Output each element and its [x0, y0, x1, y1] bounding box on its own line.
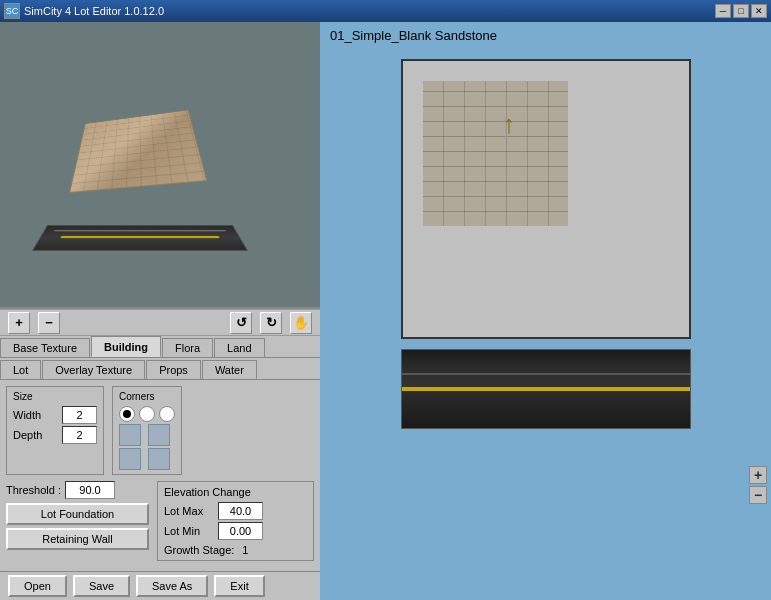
tab-base-texture[interactable]: Base Texture	[0, 338, 90, 357]
lot-min-input[interactable]	[218, 522, 263, 540]
remove-button[interactable]: −	[38, 312, 60, 334]
corner-cell-bl	[119, 448, 141, 470]
right-plus-minus: + −	[745, 462, 771, 508]
tab-land[interactable]: Land	[214, 338, 264, 357]
lot-foundation-button[interactable]: Lot Foundation	[6, 503, 149, 525]
tabs-container: Base Texture Building Flora Land Lot Ove…	[0, 336, 320, 380]
depth-label: Depth	[13, 429, 58, 441]
corners-radio-row	[119, 406, 175, 422]
lot-title: 01_Simple_Blank Sandstone	[320, 22, 771, 49]
growth-value: 1	[242, 544, 248, 556]
app-icon: SC	[4, 3, 20, 19]
arrow-outline-icon: ↑	[498, 107, 516, 143]
foundation-threshold-row: Threshold :	[6, 481, 149, 499]
width-row: Width	[13, 406, 97, 424]
lot-max-input[interactable]	[218, 502, 263, 520]
tab-overlay-texture[interactable]: Overlay Texture	[42, 360, 145, 379]
properties-panel: Size Width Depth Corners	[0, 380, 320, 571]
corners-group: Corners	[112, 386, 182, 475]
minimize-button[interactable]: ─	[715, 4, 731, 18]
corner-cell-tr	[148, 424, 170, 446]
open-button[interactable]: Open	[8, 575, 67, 597]
corners-grid	[119, 424, 175, 470]
lot-min-row: Lot Min	[164, 522, 307, 540]
lot-preview-area: ↑ ↑	[320, 49, 771, 600]
retaining-wall-button[interactable]: Retaining Wall	[6, 528, 149, 550]
growth-row: Growth Stage: 1	[164, 544, 307, 556]
corner-cell-br	[148, 448, 170, 470]
title-bar: SC SimCity 4 Lot Editor 1.0.12.0 ─ □ ✕	[0, 0, 771, 22]
save-as-button[interactable]: Save As	[136, 575, 208, 597]
lot-min-label: Lot Min	[164, 525, 214, 537]
road-preview-3d	[32, 225, 249, 251]
exit-button[interactable]: Exit	[214, 575, 264, 597]
controls-bar: + − ↺ ↻ ✋	[0, 309, 320, 336]
add-button[interactable]: +	[8, 312, 30, 334]
save-button[interactable]: Save	[73, 575, 130, 597]
size-corners-section: Size Width Depth Corners	[6, 386, 314, 475]
elevation-title: Elevation Change	[164, 486, 307, 498]
right-panel: 01_Simple_Blank Sandstone ↑ ↑ + −	[320, 22, 771, 600]
window-controls[interactable]: ─ □ ✕	[715, 4, 767, 18]
tab-flora[interactable]: Flora	[162, 338, 213, 357]
elevation-group: Elevation Change Lot Max Lot Min Growth …	[157, 481, 314, 561]
size-title: Size	[13, 391, 97, 402]
sandstone-preview	[69, 110, 207, 193]
zoom-in-button[interactable]: +	[749, 466, 767, 484]
redo-button[interactable]: ↻	[260, 312, 282, 334]
tab-water[interactable]: Water	[202, 360, 257, 379]
maximize-button[interactable]: □	[733, 4, 749, 18]
arrow-container: ↑ ↑	[443, 99, 588, 244]
tabs-row2: Lot Overlay Texture Props Water	[0, 358, 320, 380]
depth-row: Depth	[13, 426, 97, 444]
lot-preview-box: ↑ ↑	[401, 59, 691, 339]
lot-inner: ↑ ↑	[423, 81, 568, 226]
left-panel: + − ↺ ↻ ✋ Base Texture Building Flora La…	[0, 22, 320, 600]
corner-radio-3[interactable]	[159, 406, 175, 422]
corner-radio-2[interactable]	[139, 406, 155, 422]
undo-button[interactable]: ↺	[230, 312, 252, 334]
arrow-solid-icon: ↑	[503, 111, 516, 137]
close-button[interactable]: ✕	[751, 4, 767, 18]
corner-cell-tl	[119, 424, 141, 446]
title-bar-left: SC SimCity 4 Lot Editor 1.0.12.0	[4, 3, 164, 19]
threshold-input[interactable]	[65, 481, 115, 499]
tab-lot[interactable]: Lot	[0, 360, 41, 379]
bottom-buttons: Open Save Save As Exit	[0, 571, 320, 600]
viewport-3d	[0, 22, 320, 309]
foundation-section: Threshold : Lot Foundation Retaining Wal…	[6, 481, 149, 561]
tab-props[interactable]: Props	[146, 360, 201, 379]
lot-max-label: Lot Max	[164, 505, 214, 517]
hand-tool-button[interactable]: ✋	[290, 312, 312, 334]
main-container: + − ↺ ↻ ✋ Base Texture Building Flora La…	[0, 22, 771, 600]
zoom-out-button[interactable]: −	[749, 486, 767, 504]
tabs-row1: Base Texture Building Flora Land	[0, 336, 320, 358]
lot-max-row: Lot Max	[164, 502, 307, 520]
app-title: SimCity 4 Lot Editor 1.0.12.0	[24, 5, 164, 17]
road-preview	[401, 349, 691, 429]
depth-input[interactable]	[62, 426, 97, 444]
width-input[interactable]	[62, 406, 97, 424]
tab-building[interactable]: Building	[91, 336, 161, 357]
width-label: Width	[13, 409, 58, 421]
corner-radio-1[interactable]	[119, 406, 135, 422]
corners-title: Corners	[119, 391, 175, 402]
size-group: Size Width Depth	[6, 386, 104, 475]
threshold-label: Threshold :	[6, 484, 61, 496]
growth-label: Growth Stage:	[164, 544, 234, 556]
